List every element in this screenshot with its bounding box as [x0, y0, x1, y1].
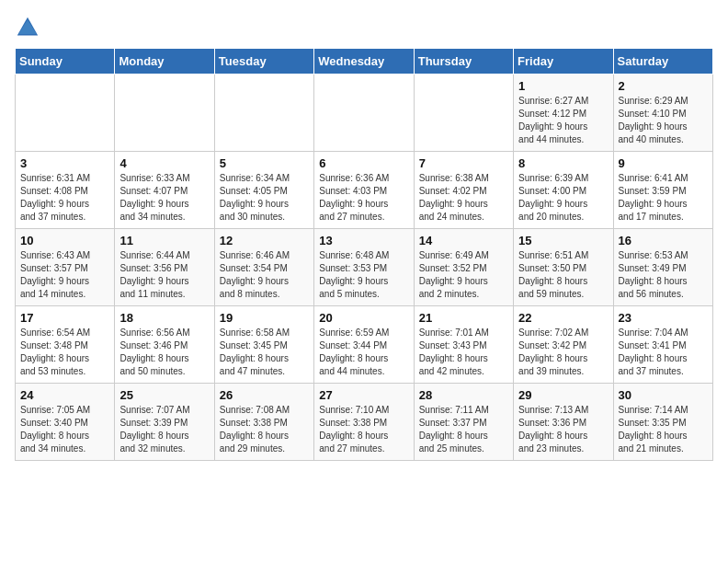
- day-info: Sunrise: 6:34 AM Sunset: 4:05 PM Dayligh…: [220, 172, 309, 224]
- calendar-cell: 9Sunrise: 6:41 AM Sunset: 3:59 PM Daylig…: [613, 152, 712, 229]
- day-info: Sunrise: 7:05 AM Sunset: 3:40 PM Dayligh…: [20, 404, 109, 455]
- calendar-cell: 15Sunrise: 6:51 AM Sunset: 3:50 PM Dayli…: [514, 229, 613, 306]
- day-info: Sunrise: 7:10 AM Sunset: 3:38 PM Dayligh…: [319, 404, 408, 455]
- calendar-cell: 7Sunrise: 6:38 AM Sunset: 4:02 PM Daylig…: [414, 152, 513, 229]
- calendar-cell: [214, 75, 313, 152]
- column-header-saturday: Saturday: [613, 49, 712, 75]
- day-info: Sunrise: 6:38 AM Sunset: 4:02 PM Dayligh…: [419, 172, 508, 224]
- day-info: Sunrise: 7:08 AM Sunset: 3:38 PM Dayligh…: [220, 404, 309, 455]
- day-number: 19: [220, 311, 309, 325]
- day-info: Sunrise: 7:14 AM Sunset: 3:35 PM Dayligh…: [619, 404, 708, 455]
- calendar-cell: 3Sunrise: 6:31 AM Sunset: 4:08 PM Daylig…: [16, 152, 115, 229]
- day-info: Sunrise: 6:27 AM Sunset: 4:12 PM Dayligh…: [518, 95, 608, 146]
- day-info: Sunrise: 7:13 AM Sunset: 3:36 PM Dayligh…: [518, 404, 608, 455]
- day-number: 29: [518, 388, 608, 402]
- svg-marker-1: [18, 20, 37, 34]
- day-number: 10: [20, 234, 109, 247]
- day-number: 5: [220, 156, 309, 170]
- day-number: 11: [119, 234, 209, 247]
- day-number: 16: [619, 234, 708, 247]
- calendar-cell: 21Sunrise: 7:01 AM Sunset: 3:43 PM Dayli…: [414, 306, 513, 384]
- day-info: Sunrise: 6:58 AM Sunset: 3:45 PM Dayligh…: [220, 327, 309, 378]
- calendar-cell: 17Sunrise: 6:54 AM Sunset: 3:48 PM Dayli…: [16, 306, 115, 384]
- day-number: 24: [20, 388, 109, 402]
- calendar-cell: 5Sunrise: 6:34 AM Sunset: 4:05 PM Daylig…: [214, 152, 313, 229]
- column-header-monday: Monday: [115, 49, 214, 75]
- day-number: 2: [619, 79, 708, 93]
- day-info: Sunrise: 6:49 AM Sunset: 3:52 PM Dayligh…: [419, 249, 508, 301]
- calendar-week-row: 3Sunrise: 6:31 AM Sunset: 4:08 PM Daylig…: [16, 152, 713, 229]
- day-info: Sunrise: 6:29 AM Sunset: 4:10 PM Dayligh…: [619, 95, 708, 146]
- calendar-cell: 27Sunrise: 7:10 AM Sunset: 3:38 PM Dayli…: [314, 384, 414, 461]
- day-info: Sunrise: 6:48 AM Sunset: 3:53 PM Dayligh…: [319, 249, 408, 301]
- day-number: 26: [220, 388, 309, 402]
- day-number: 9: [619, 156, 708, 170]
- logo-icon: [15, 15, 40, 40]
- day-number: 6: [319, 156, 408, 170]
- column-header-wednesday: Wednesday: [314, 49, 414, 75]
- day-info: Sunrise: 6:59 AM Sunset: 3:44 PM Dayligh…: [319, 327, 408, 378]
- calendar-cell: 14Sunrise: 6:49 AM Sunset: 3:52 PM Dayli…: [414, 229, 513, 306]
- day-info: Sunrise: 6:53 AM Sunset: 3:49 PM Dayligh…: [619, 249, 708, 301]
- day-number: 18: [119, 311, 209, 325]
- day-info: Sunrise: 7:04 AM Sunset: 3:41 PM Dayligh…: [619, 327, 708, 378]
- calendar-cell: 22Sunrise: 7:02 AM Sunset: 3:42 PM Dayli…: [514, 306, 613, 384]
- day-info: Sunrise: 6:39 AM Sunset: 4:00 PM Dayligh…: [518, 172, 608, 224]
- calendar-cell: [414, 75, 513, 152]
- calendar-table: SundayMondayTuesdayWednesdayThursdayFrid…: [15, 48, 713, 461]
- day-info: Sunrise: 6:31 AM Sunset: 4:08 PM Dayligh…: [20, 172, 109, 224]
- calendar-week-row: 24Sunrise: 7:05 AM Sunset: 3:40 PM Dayli…: [16, 384, 713, 461]
- calendar-cell: [115, 75, 214, 152]
- calendar-cell: 1Sunrise: 6:27 AM Sunset: 4:12 PM Daylig…: [514, 75, 613, 152]
- day-info: Sunrise: 6:46 AM Sunset: 3:54 PM Dayligh…: [220, 249, 309, 301]
- day-number: 12: [220, 234, 309, 247]
- day-number: 22: [518, 311, 608, 325]
- day-info: Sunrise: 6:33 AM Sunset: 4:07 PM Dayligh…: [119, 172, 209, 224]
- day-number: 15: [518, 234, 608, 247]
- calendar-cell: 4Sunrise: 6:33 AM Sunset: 4:07 PM Daylig…: [115, 152, 214, 229]
- day-number: 1: [518, 79, 608, 93]
- calendar-cell: [314, 75, 414, 152]
- column-header-tuesday: Tuesday: [214, 49, 313, 75]
- calendar-cell: 29Sunrise: 7:13 AM Sunset: 3:36 PM Dayli…: [514, 384, 613, 461]
- calendar-week-row: 17Sunrise: 6:54 AM Sunset: 3:48 PM Dayli…: [16, 306, 713, 384]
- calendar-cell: 19Sunrise: 6:58 AM Sunset: 3:45 PM Dayli…: [214, 306, 313, 384]
- calendar-cell: 6Sunrise: 6:36 AM Sunset: 4:03 PM Daylig…: [314, 152, 414, 229]
- calendar-cell: 16Sunrise: 6:53 AM Sunset: 3:49 PM Dayli…: [613, 229, 712, 306]
- day-info: Sunrise: 7:01 AM Sunset: 3:43 PM Dayligh…: [419, 327, 508, 378]
- calendar-cell: 24Sunrise: 7:05 AM Sunset: 3:40 PM Dayli…: [16, 384, 115, 461]
- day-number: 21: [419, 311, 508, 325]
- column-header-sunday: Sunday: [16, 49, 115, 75]
- calendar-cell: 8Sunrise: 6:39 AM Sunset: 4:00 PM Daylig…: [514, 152, 613, 229]
- day-number: 3: [20, 156, 109, 170]
- day-info: Sunrise: 6:56 AM Sunset: 3:46 PM Dayligh…: [119, 327, 209, 378]
- calendar-cell: 10Sunrise: 6:43 AM Sunset: 3:57 PM Dayli…: [16, 229, 115, 306]
- day-number: 27: [319, 388, 408, 402]
- calendar-cell: 26Sunrise: 7:08 AM Sunset: 3:38 PM Dayli…: [214, 384, 313, 461]
- logo: [15, 15, 44, 40]
- day-info: Sunrise: 6:51 AM Sunset: 3:50 PM Dayligh…: [518, 249, 608, 301]
- column-header-friday: Friday: [514, 49, 613, 75]
- day-info: Sunrise: 7:07 AM Sunset: 3:39 PM Dayligh…: [119, 404, 209, 455]
- calendar-cell: [16, 75, 115, 152]
- calendar-cell: 25Sunrise: 7:07 AM Sunset: 3:39 PM Dayli…: [115, 384, 214, 461]
- calendar-cell: 12Sunrise: 6:46 AM Sunset: 3:54 PM Dayli…: [214, 229, 313, 306]
- column-header-thursday: Thursday: [414, 49, 513, 75]
- calendar-header-row: SundayMondayTuesdayWednesdayThursdayFrid…: [16, 49, 713, 75]
- page-header: [15, 15, 713, 40]
- calendar-cell: 23Sunrise: 7:04 AM Sunset: 3:41 PM Dayli…: [613, 306, 712, 384]
- calendar-cell: 28Sunrise: 7:11 AM Sunset: 3:37 PM Dayli…: [414, 384, 513, 461]
- day-number: 28: [419, 388, 508, 402]
- day-number: 25: [119, 388, 209, 402]
- calendar-cell: 18Sunrise: 6:56 AM Sunset: 3:46 PM Dayli…: [115, 306, 214, 384]
- day-number: 23: [619, 311, 708, 325]
- day-number: 30: [619, 388, 708, 402]
- day-info: Sunrise: 7:11 AM Sunset: 3:37 PM Dayligh…: [419, 404, 508, 455]
- day-info: Sunrise: 6:44 AM Sunset: 3:56 PM Dayligh…: [119, 249, 209, 301]
- day-info: Sunrise: 7:02 AM Sunset: 3:42 PM Dayligh…: [518, 327, 608, 378]
- calendar-cell: 13Sunrise: 6:48 AM Sunset: 3:53 PM Dayli…: [314, 229, 414, 306]
- day-number: 13: [319, 234, 408, 247]
- day-number: 20: [319, 311, 408, 325]
- day-number: 8: [518, 156, 608, 170]
- day-number: 14: [419, 234, 508, 247]
